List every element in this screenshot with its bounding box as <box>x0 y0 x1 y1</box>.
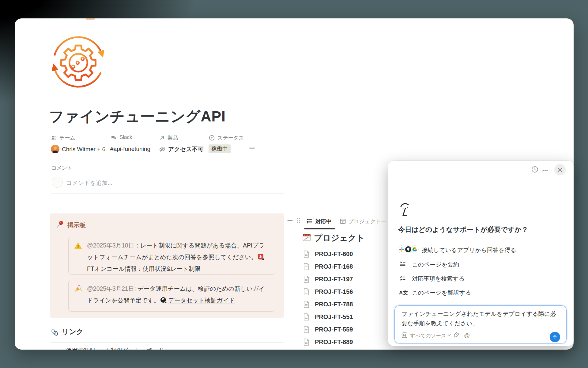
warning-icon <box>74 242 82 250</box>
ai-face-icon <box>399 202 411 217</box>
ai-assistant-panel: ••• 今日はどのようなサポートが必要ですか？ 接続しているアプリから回答を得る… <box>388 161 574 346</box>
google-drive-app-icon <box>411 246 418 253</box>
project-collection-title: プロジェクト <box>314 232 365 243</box>
source-selector[interactable]: すべてのソース <box>410 332 446 339</box>
page-doc-icon <box>303 288 310 296</box>
active-tab-underline <box>304 228 335 229</box>
team-value[interactable]: Chris Witmer + 6 <box>62 146 105 153</box>
notice-callout[interactable]: @2025年3月21日: データ運用チームは、検証のための新しいガイドラインを公… <box>68 280 275 312</box>
more-properties-button[interactable]: ••• <box>249 145 255 151</box>
date-mention[interactable]: @2025年3月10日 <box>87 242 134 249</box>
status-badge[interactable]: 稼働中 <box>209 144 231 153</box>
slack-property-label[interactable]: Slack <box>119 134 132 140</box>
date-mention[interactable]: @2025年3月21日: <box>87 285 136 292</box>
comment-avatar-placeholder <box>52 177 63 188</box>
add-view-button[interactable] <box>287 217 293 224</box>
eye-off-icon <box>159 146 166 153</box>
desktop-background: ファインチューニングAPI チーム Slack 製品 ステータス Chris W… <box>0 0 588 368</box>
summarize-icon <box>399 261 406 268</box>
party-popper-icon <box>74 284 82 293</box>
page-doc-icon <box>303 338 310 346</box>
ai-prompt-text[interactable]: ファインチューニングされたモデルをデプロイする際に必要な手順を教えてください。 <box>401 309 560 328</box>
translate-icon: A文 <box>399 289 408 296</box>
status-property-label[interactable]: ステータス <box>217 134 244 141</box>
pushpin-icon <box>56 220 64 228</box>
page-doc-icon <box>303 301 310 308</box>
team-property-label[interactable]: チーム <box>59 134 75 141</box>
board-title: 掲示板 <box>67 221 86 229</box>
divider <box>51 342 284 343</box>
attach-paperclip-icon[interactable] <box>454 332 460 338</box>
pinned-board-section: 掲示板 @2025年3月10日：レート制限に関する問題がある場合、APIプラット… <box>50 213 284 318</box>
notion-source-icon <box>401 332 408 338</box>
page-doc-icon <box>303 313 310 321</box>
team-extra-count: + 6 <box>97 146 105 152</box>
page-doc-icon <box>303 275 310 283</box>
team-property-icon <box>51 135 57 141</box>
avatar[interactable] <box>51 145 59 153</box>
assistant-greeting: 今日はどのようなサポートが必要ですか？ <box>398 225 528 234</box>
clipped-link-item[interactable]: 使用状況&レート制限ダッシュボード <box>66 347 164 350</box>
clipped-top-element <box>86 18 95 20</box>
notice-text: @2025年3月10日：レート制限に関する問題がある場合、APIプラットフォーム… <box>87 240 268 274</box>
comments-header: コメント <box>51 165 72 171</box>
panel-more-button[interactable]: ••• <box>542 168 548 173</box>
list-view-icon <box>307 218 312 224</box>
team-person-name: Chris Witmer <box>62 146 96 152</box>
page-title: ファインチューニングAPI <box>49 107 226 126</box>
status-badge-label: 稼働中 <box>209 144 231 153</box>
oncall-link[interactable]: FTオンコール情報：使用状況&レート制限 <box>87 265 201 272</box>
status-property-icon <box>209 135 215 141</box>
spiral-calendar-icon <box>302 232 311 242</box>
tab-inactive-project-list[interactable]: プロジェクト一 <box>348 218 386 225</box>
comment-input[interactable]: コメントを追加... <box>66 179 112 187</box>
page-link-icon <box>160 297 167 304</box>
links-section-title: リンク <box>62 327 84 336</box>
close-panel-button[interactable] <box>554 164 566 175</box>
product-value[interactable]: アクセス不可 <box>168 145 204 154</box>
history-clock-icon[interactable] <box>531 166 539 173</box>
table-view-icon <box>340 219 346 224</box>
slack-channel-value[interactable]: #api-funetuning <box>110 146 150 153</box>
tab-active-taskboard[interactable]: 対応中 <box>315 218 332 225</box>
page-doc-icon <box>303 326 310 333</box>
task-search-icon <box>399 275 406 282</box>
drag-handle[interactable] <box>296 218 301 224</box>
product-property-icon <box>159 135 165 141</box>
chevron-down-icon <box>447 334 451 337</box>
link-emoji-icon <box>51 328 59 336</box>
dataset-guide-link[interactable]: データセット検証ガイド <box>168 297 235 304</box>
notice-text: @2025年3月21日: データ運用チームは、検証のための新しいガイドラインを公… <box>87 283 268 306</box>
page-doc-icon <box>303 263 310 270</box>
notice-callout[interactable]: @2025年3月10日：レート制限に関する問題がある場合、APIプラットフォーム… <box>68 237 275 275</box>
page-doc-icon <box>303 250 310 258</box>
product-property-label[interactable]: 製品 <box>168 134 178 141</box>
slack-link-icon <box>258 254 264 260</box>
ai-prompt-input[interactable]: ファインチューニングされたモデルをデプロイする際に必要な手順を教えてください。 … <box>394 305 567 343</box>
page-icon-gear[interactable] <box>52 36 105 88</box>
slack-property-icon <box>111 135 117 141</box>
mention-at-icon[interactable]: @ <box>464 332 470 339</box>
send-button[interactable] <box>550 332 560 342</box>
divider <box>51 193 284 194</box>
